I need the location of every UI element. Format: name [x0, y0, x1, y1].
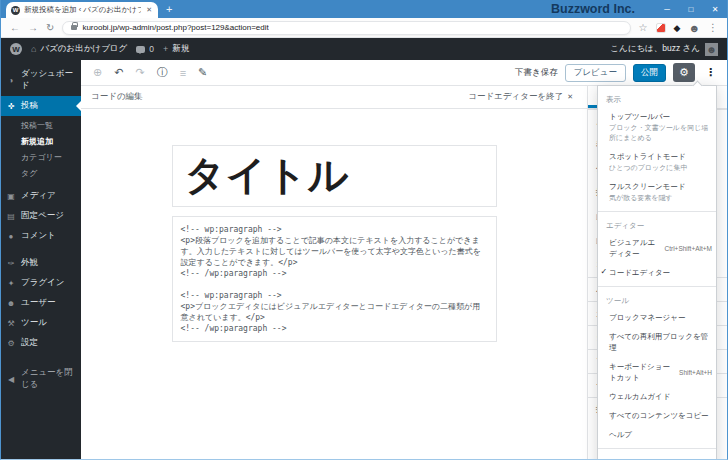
bookmark-star-icon[interactable]: ☆ [639, 23, 648, 33]
sidebar-item-pages[interactable]: ▤ 固定ページ [1, 206, 81, 226]
site-name: バズのお出かけブログ [40, 43, 127, 55]
comments-icon: ● [6, 232, 16, 241]
comments-count: 0 [149, 44, 154, 54]
address-bar[interactable]: kuroobi.jp/wp-admin/post.php?post=129&ac… [62, 21, 630, 35]
check-icon: ✓ [601, 268, 608, 276]
menu-item-keyboard-shortcuts[interactable]: キーボードショートカット Shift+Alt+H [598, 357, 716, 387]
window-brand: Buzzword Inc. [551, 2, 635, 16]
users-icon: ☻ [6, 299, 16, 308]
sidebar-item-settings[interactable]: ⚙ 設定 [1, 333, 81, 353]
settings-icon: ⚙ [6, 339, 16, 348]
menu-item-code-editor[interactable]: ✓ コードエディター [598, 263, 716, 282]
menu-header-view: 表示 [598, 90, 716, 107]
sidebar-item-appearance[interactable]: ✑ 外観 [1, 253, 81, 273]
settings-gear-button[interactable]: ⚙ [673, 63, 695, 82]
code-edit-label: コードの編集 [91, 91, 143, 103]
admin-bar-comments[interactable]: 0 [136, 44, 154, 54]
sidebar-item-media[interactable]: ▣ メディア [1, 186, 81, 206]
admin-bar-site-link[interactable]: ⌂ バズのお出かけブログ [31, 43, 127, 55]
sidebar-item-users[interactable]: ☻ ユーザー [1, 293, 81, 313]
wordpress-favicon: W [11, 6, 20, 15]
post-code-textarea[interactable]: <!-- wp:paragraph --> <p>段落ブロックを追加することで記… [172, 216, 497, 342]
admin-sidebar: ◑ ダッシュボード ✜ 投稿 投稿一覧 新規追加 カテゴリー タグ ▣ メディア… [1, 60, 81, 459]
close-button[interactable]: ✕ [703, 5, 727, 14]
sidebar-item-comments[interactable]: ● コメント [1, 226, 81, 246]
post-title-field[interactable]: タイトル [172, 145, 497, 207]
reload-icon[interactable]: ↻ [46, 23, 54, 33]
redo-icon[interactable]: ↷ [135, 66, 144, 79]
menu-item-options[interactable]: オプション [598, 453, 716, 460]
posts-submenu: 投稿一覧 新規追加 カテゴリー タグ [1, 116, 81, 186]
options-dropdown-menu: 表示 トップツールバー ブロック・文書ツールを同じ場所にまとめる スポットライト… [597, 85, 717, 460]
preview-button[interactable]: プレビュー [565, 64, 626, 82]
new-label: 新規 [172, 43, 189, 55]
sidebar-collapse-menu[interactable]: ◀ メニューを閉じる [1, 363, 81, 395]
save-draft-button[interactable]: 下書き保存 [515, 67, 558, 79]
menu-item-top-toolbar[interactable]: トップツールバー ブロック・文書ツールを同じ場所にまとめる [598, 107, 716, 147]
add-block-icon[interactable]: ⊕ [93, 66, 102, 79]
info-icon[interactable]: ⓘ [157, 65, 168, 80]
back-icon[interactable]: ← [10, 23, 20, 33]
submenu-tags[interactable]: タグ [1, 165, 81, 181]
exit-code-editor-button[interactable]: コードエディターを終了 ✕ [468, 91, 573, 103]
menu-item-manage-reusable-blocks[interactable]: すべての再利用ブロックを管理 [598, 327, 716, 357]
profile-icon[interactable]: ☻ [688, 22, 700, 34]
menu-divider [598, 286, 716, 287]
lock-icon [71, 25, 77, 30]
extension-pin-icon[interactable]: ◆ [674, 23, 681, 33]
menu-header-editor: エディター [598, 216, 716, 233]
edit-tool-icon[interactable]: ✎ [198, 66, 207, 79]
tab-title: 新規投稿を追加 ‹ バズのお出かけブ [24, 5, 141, 15]
keyboard-shortcut: Ctrl+Shift+Alt+M [664, 243, 712, 254]
publish-button[interactable]: 公開 [633, 64, 666, 82]
comment-bubble-icon [136, 46, 145, 53]
titlebar-right: Buzzword Inc. ─ □ ✕ [551, 0, 727, 18]
code-editor-bar: コードの編集 コードエディターを終了 ✕ [81, 86, 587, 109]
sidebar-item-plugins[interactable]: ✦ プラグイン [1, 273, 81, 293]
user-greeting[interactable]: こんにちは、buzz さん [610, 43, 700, 55]
admin-bar-new[interactable]: + 新規 [163, 43, 189, 55]
menu-item-welcome-guide[interactable]: ウェルカムガイド [598, 387, 716, 406]
url-text: kuroobi.jp/wp-admin/post.php?post=129&ac… [82, 23, 268, 32]
forward-icon[interactable]: → [28, 23, 38, 33]
menu-item-visual-editor[interactable]: ビジュアルエディター Ctrl+Shift+Alt+M [598, 233, 716, 263]
more-tools-button[interactable]: ⋮ [702, 66, 719, 79]
wp-admin-bar: W ⌂ バズのお出かけブログ 0 + 新規 こんにちは、buzz さん ☻ [1, 38, 727, 60]
gear-icon: ⚙ [679, 66, 689, 79]
tab-close-icon[interactable]: ✕ [145, 6, 153, 14]
menu-item-help[interactable]: ヘルプ [598, 425, 716, 444]
new-tab-button[interactable]: + [166, 4, 172, 15]
submenu-categories[interactable]: カテゴリー [1, 149, 81, 165]
avatar[interactable]: ☻ [705, 43, 718, 56]
submenu-all-posts[interactable]: 投稿一覧 [1, 117, 81, 133]
extension-icon[interactable] [656, 23, 666, 33]
menu-header-tools: ツール [598, 291, 716, 308]
sidebar-item-tools[interactable]: ⚒ ツール [1, 313, 81, 333]
sidebar-item-posts[interactable]: ✜ 投稿 [1, 96, 81, 116]
undo-icon[interactable]: ↶ [114, 66, 123, 79]
dashboard-icon: ◑ [6, 76, 16, 85]
browser-tab[interactable]: W 新規投稿を追加 ‹ バズのお出かけブ ✕ [6, 2, 158, 18]
editor-canvas: タイトル <!-- wp:paragraph --> <p>段落ブロックを追加す… [172, 145, 497, 342]
minimize-button[interactable]: ─ [655, 5, 679, 14]
menu-item-spotlight-mode[interactable]: スポットライトモード ひとつのブロックに集中 [598, 147, 716, 177]
submenu-add-new[interactable]: 新規追加 [1, 133, 81, 149]
wordpress-logo-icon[interactable]: W [10, 43, 22, 55]
plugins-icon: ✦ [6, 279, 16, 288]
keyboard-shortcut: Shift+Alt+H [679, 367, 712, 378]
current-item-arrow [71, 101, 81, 111]
menu-item-copy-all-content[interactable]: すべてのコンテンツをコピー [598, 406, 716, 425]
sidebar-separator [1, 246, 81, 253]
list-view-icon[interactable]: ≡ [180, 67, 186, 79]
media-icon: ▣ [6, 192, 16, 201]
menu-item-description: 気が散る要素を隠す [609, 193, 712, 203]
browser-menu-icon[interactable]: ⋮ [708, 23, 718, 33]
plus-icon: + [163, 44, 168, 54]
maximize-button[interactable]: □ [679, 5, 703, 14]
editor-header: ⊕ ↶ ↷ ⓘ ≡ ✎ 下書き保存 プレビュー 公開 ⚙ ⋮ [81, 60, 727, 86]
pin-icon: ✜ [6, 102, 16, 111]
sidebar-item-dashboard[interactable]: ◑ ダッシュボード [1, 64, 81, 96]
menu-item-fullscreen-mode[interactable]: フルスクリーンモード 気が散る要素を隠す [598, 177, 716, 207]
menu-item-block-manager[interactable]: ブロックマネージャー [598, 308, 716, 327]
menu-divider [598, 211, 716, 212]
